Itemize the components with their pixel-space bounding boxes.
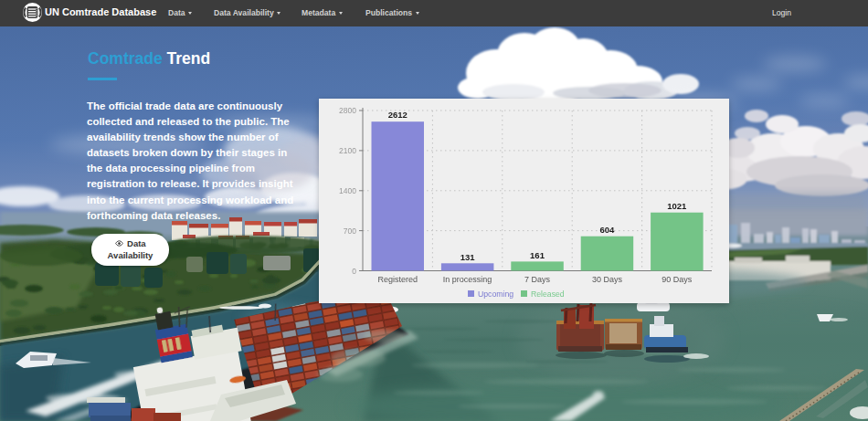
svg-text:Released: Released <box>531 289 565 299</box>
svg-text:1021: 1021 <box>667 201 687 211</box>
svg-text:161: 161 <box>530 250 545 260</box>
svg-text:131: 131 <box>460 252 476 262</box>
svg-text:1400: 1400 <box>339 186 356 195</box>
svg-text:2612: 2612 <box>388 110 408 120</box>
svg-text:700: 700 <box>344 226 356 236</box>
svg-text:30 Days: 30 Days <box>592 275 623 284</box>
svg-text:7 Days: 7 Days <box>524 275 551 284</box>
svg-text:2800: 2800 <box>339 106 356 115</box>
svg-text:Upcoming: Upcoming <box>478 289 513 299</box>
svg-text:90 Days: 90 Days <box>662 275 693 284</box>
svg-text:0: 0 <box>352 267 356 276</box>
svg-text:2100: 2100 <box>339 146 356 155</box>
svg-text:Registered: Registered <box>377 275 418 284</box>
svg-text:604: 604 <box>599 225 615 235</box>
svg-text:In processing: In processing <box>443 275 492 284</box>
